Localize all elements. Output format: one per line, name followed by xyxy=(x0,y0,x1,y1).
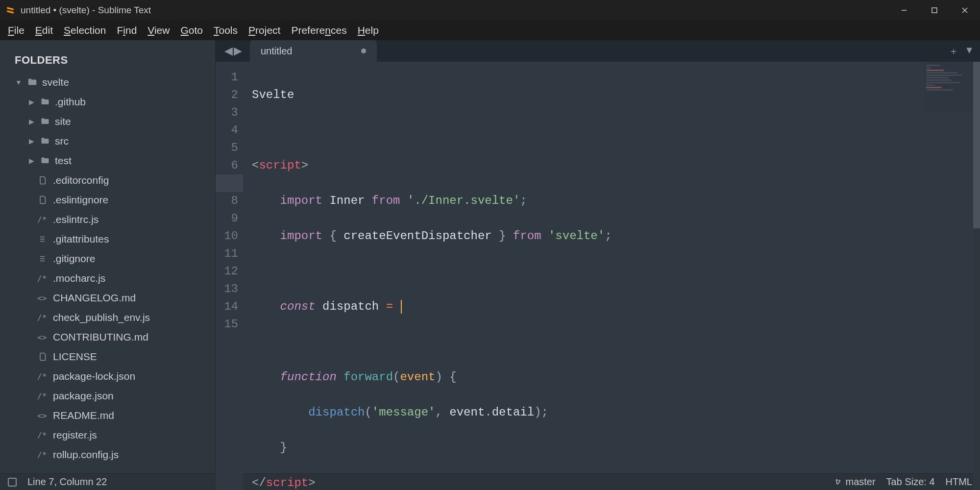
code-content[interactable]: Svelte <script> import Inner from './Inn… xyxy=(243,62,980,490)
nav-back-icon[interactable]: ◀ xyxy=(224,45,233,57)
menu-help[interactable]: Help xyxy=(353,23,384,38)
folder-icon xyxy=(39,135,51,147)
js-file-icon: /* xyxy=(37,313,49,322)
chevron-right-icon: ▶ xyxy=(27,118,35,125)
titlebar: untitled • (svelte) - Sublime Text xyxy=(0,0,980,21)
folder-icon xyxy=(26,76,38,88)
tree-file[interactable]: .gitattributes xyxy=(10,229,212,249)
tree-file[interactable]: <>CHANGELOG.md xyxy=(10,288,212,308)
svg-rect-1 xyxy=(932,8,937,13)
tree-file[interactable]: .editorconfig xyxy=(10,171,212,190)
tab-nav-arrows: ◀ ▶ xyxy=(221,45,245,57)
dirty-indicator-icon xyxy=(361,49,366,53)
text-cursor xyxy=(401,300,402,314)
tree-file[interactable]: /*check_publish_env.js xyxy=(10,308,212,327)
maximize-button[interactable] xyxy=(919,0,950,21)
tree-label: README.md xyxy=(53,410,114,421)
editor-area: ◀ ▶ untitled ＋ ▼ 1 2 3 4 5 6 7 8 xyxy=(216,40,980,473)
panel-toggle-icon[interactable] xyxy=(8,478,17,487)
scrollbar-vertical[interactable] xyxy=(973,62,980,490)
menu-goto[interactable]: Goto xyxy=(175,23,208,38)
config-file-icon xyxy=(37,233,49,245)
menu-selection[interactable]: Selection xyxy=(59,23,111,38)
tree-folder[interactable]: ▶.github xyxy=(10,92,212,112)
chevron-down-icon: ▼ xyxy=(15,78,23,86)
menubar: File Edit Selection Find View Goto Tools… xyxy=(0,21,980,40)
tree-folder[interactable]: ▶test xyxy=(10,151,212,171)
tree-file[interactable]: /*.mocharc.js xyxy=(10,269,212,288)
nav-forward-icon[interactable]: ▶ xyxy=(234,45,242,57)
file-icon xyxy=(37,351,49,363)
cursor-position[interactable]: Line 7, Column 22 xyxy=(27,476,107,488)
tree-file[interactable]: /*.eslintrc.js xyxy=(10,210,212,229)
md-file-icon: <> xyxy=(37,294,49,303)
tree-label: register.js xyxy=(53,429,97,441)
tree-file[interactable]: <>CONTRIBUTING.md xyxy=(10,327,212,347)
folder-tree: ▼ svelte ▶.github ▶site ▶src ▶test .edit… xyxy=(0,73,215,465)
tree-folder[interactable]: ▶src xyxy=(10,131,212,151)
editor-body[interactable]: 1 2 3 4 5 6 7 8 9 10 11 12 13 14 15 Svel… xyxy=(216,62,980,490)
tree-label: svelte xyxy=(42,76,69,88)
window-controls xyxy=(889,0,980,21)
tab-menu-icon[interactable]: ▼ xyxy=(964,45,974,58)
new-tab-icon[interactable]: ＋ xyxy=(949,45,958,58)
app-icon xyxy=(5,5,16,16)
window-title: untitled • (svelte) - Sublime Text xyxy=(21,5,889,16)
tree-label: .gitattributes xyxy=(53,233,109,245)
tree-label: .mocharc.js xyxy=(53,272,105,284)
tree-label: package.json xyxy=(53,390,114,402)
scrollbar-thumb[interactable] xyxy=(973,62,980,228)
folder-icon xyxy=(39,116,51,127)
tree-label: site xyxy=(55,116,71,127)
menu-preferences[interactable]: Preferences xyxy=(286,23,351,38)
tree-label: CHANGELOG.md xyxy=(53,292,136,304)
sidebar: FOLDERS ▼ svelte ▶.github ▶site ▶src ▶te… xyxy=(0,40,216,473)
menu-project[interactable]: Project xyxy=(244,23,285,38)
folder-icon xyxy=(39,155,51,167)
tree-file[interactable]: /*package-lock.json xyxy=(10,367,212,386)
js-file-icon: /* xyxy=(37,274,49,283)
js-file-icon: /* xyxy=(37,431,49,440)
tree-label: test xyxy=(55,155,72,167)
menu-file[interactable]: File xyxy=(3,23,29,38)
minimize-button[interactable] xyxy=(889,0,919,21)
chevron-right-icon: ▶ xyxy=(27,157,35,165)
tree-file[interactable]: /*package.json xyxy=(10,386,212,406)
file-icon xyxy=(37,174,49,186)
tree-folder[interactable]: ▶site xyxy=(10,112,212,131)
minimap[interactable] xyxy=(924,62,973,111)
line-gutter: 1 2 3 4 5 6 7 8 9 10 11 12 13 14 15 xyxy=(216,62,243,490)
tab-strip: ◀ ▶ untitled ＋ ▼ xyxy=(216,40,980,62)
folder-icon xyxy=(39,96,51,108)
js-file-icon: /* xyxy=(37,392,49,401)
tree-file[interactable]: <>README.md xyxy=(10,406,212,425)
md-file-icon: <> xyxy=(37,333,49,342)
file-icon xyxy=(37,194,49,206)
menu-view[interactable]: View xyxy=(143,23,174,38)
tree-file[interactable]: /*register.js xyxy=(10,425,212,445)
tree-folder-root[interactable]: ▼ svelte xyxy=(10,73,212,92)
chevron-right-icon: ▶ xyxy=(27,98,35,106)
menu-tools[interactable]: Tools xyxy=(209,23,243,38)
tree-label: .eslintrc.js xyxy=(53,214,98,225)
md-file-icon: <> xyxy=(37,411,49,420)
tree-label: .github xyxy=(55,96,86,108)
js-file-icon: /* xyxy=(37,372,49,381)
menu-find[interactable]: Find xyxy=(112,23,142,38)
tree-label: rollup.config.js xyxy=(53,449,119,461)
close-button[interactable] xyxy=(950,0,980,21)
menu-edit[interactable]: Edit xyxy=(30,23,58,38)
tree-label: .eslintignore xyxy=(53,194,108,206)
tree-label: LICENSE xyxy=(53,351,97,363)
tab-title: untitled xyxy=(261,46,293,57)
chevron-right-icon: ▶ xyxy=(27,137,35,145)
tree-label: check_publish_env.js xyxy=(53,312,150,323)
tree-file[interactable]: .eslintignore xyxy=(10,190,212,210)
tab-active[interactable]: untitled xyxy=(250,40,377,62)
tree-label: CONTRIBUTING.md xyxy=(53,331,148,343)
tree-file[interactable]: /*rollup.config.js xyxy=(10,445,212,465)
tree-file[interactable]: LICENSE xyxy=(10,347,212,367)
js-file-icon: /* xyxy=(37,215,49,224)
tree-label: .gitignore xyxy=(53,253,95,265)
tree-file[interactable]: .gitignore xyxy=(10,249,212,269)
